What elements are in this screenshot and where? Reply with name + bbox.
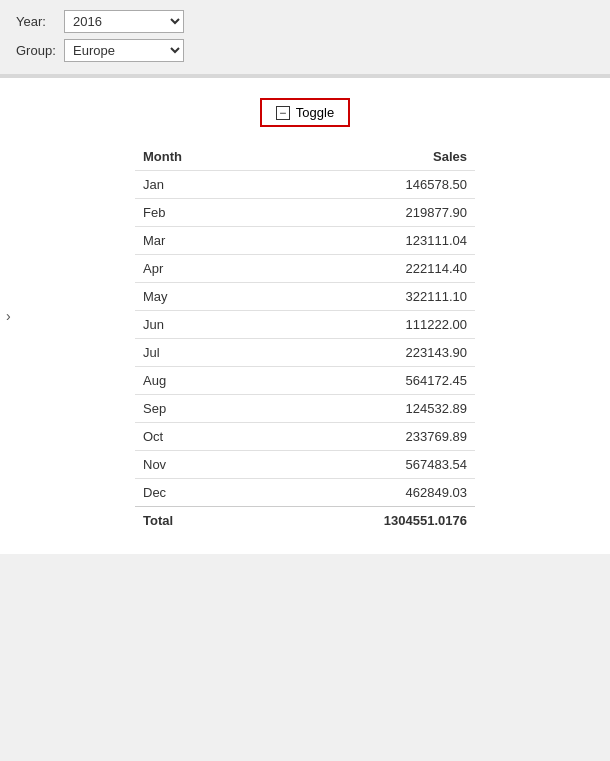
month-col-header: Month bbox=[135, 143, 256, 171]
group-label: Group: bbox=[16, 43, 58, 58]
year-row: Year: 2016 2014 2015 2017 2018 bbox=[16, 10, 594, 33]
sales-cell: 322111.10 bbox=[256, 283, 475, 311]
sales-cell: 222114.40 bbox=[256, 255, 475, 283]
sales-cell: 567483.54 bbox=[256, 451, 475, 479]
month-cell: May bbox=[135, 283, 256, 311]
sales-col-header: Sales bbox=[256, 143, 475, 171]
table-header-row: Month Sales bbox=[135, 143, 475, 171]
toggle-button[interactable]: Toggle bbox=[260, 98, 350, 127]
sales-cell: 124532.89 bbox=[256, 395, 475, 423]
table-row: May322111.10 bbox=[135, 283, 475, 311]
total-label: Total bbox=[135, 507, 256, 535]
total-value: 1304551.0176 bbox=[256, 507, 475, 535]
sales-cell: 462849.03 bbox=[256, 479, 475, 507]
table-row: Sep124532.89 bbox=[135, 395, 475, 423]
group-select[interactable]: Europe Americas Asia Africa bbox=[64, 39, 184, 62]
table-row: Aug564172.45 bbox=[135, 367, 475, 395]
sales-cell: 233769.89 bbox=[256, 423, 475, 451]
data-table: Month Sales Jan146578.50Feb219877.90Mar1… bbox=[135, 143, 475, 534]
total-row: Total 1304551.0176 bbox=[135, 507, 475, 535]
main-content: › Toggle Month Sales Jan146578.50Feb2198… bbox=[0, 78, 610, 554]
table-row: Apr222114.40 bbox=[135, 255, 475, 283]
table-row: Feb219877.90 bbox=[135, 199, 475, 227]
table-row: Mar123111.04 bbox=[135, 227, 475, 255]
table-row: Oct233769.89 bbox=[135, 423, 475, 451]
sales-cell: 223143.90 bbox=[256, 339, 475, 367]
month-cell: Mar bbox=[135, 227, 256, 255]
year-select[interactable]: 2016 2014 2015 2017 2018 bbox=[64, 10, 184, 33]
table-row: Jun111222.00 bbox=[135, 311, 475, 339]
month-cell: Nov bbox=[135, 451, 256, 479]
month-cell: Jan bbox=[135, 171, 256, 199]
sales-cell: 564172.45 bbox=[256, 367, 475, 395]
table-row: Dec462849.03 bbox=[135, 479, 475, 507]
month-cell: Dec bbox=[135, 479, 256, 507]
sales-cell: 123111.04 bbox=[256, 227, 475, 255]
month-cell: Jul bbox=[135, 339, 256, 367]
group-row: Group: Europe Americas Asia Africa bbox=[16, 39, 594, 62]
month-cell: Apr bbox=[135, 255, 256, 283]
month-cell: Aug bbox=[135, 367, 256, 395]
table-row: Jan146578.50 bbox=[135, 171, 475, 199]
table-row: Nov567483.54 bbox=[135, 451, 475, 479]
sales-cell: 111222.00 bbox=[256, 311, 475, 339]
chevron-left-icon[interactable]: › bbox=[6, 308, 11, 324]
top-controls: Year: 2016 2014 2015 2017 2018 Group: Eu… bbox=[0, 0, 610, 74]
sales-cell: 219877.90 bbox=[256, 199, 475, 227]
month-cell: Feb bbox=[135, 199, 256, 227]
table-row: Jul223143.90 bbox=[135, 339, 475, 367]
sales-cell: 146578.50 bbox=[256, 171, 475, 199]
year-label: Year: bbox=[16, 14, 58, 29]
toggle-label: Toggle bbox=[296, 105, 334, 120]
minus-box-icon bbox=[276, 106, 290, 120]
month-cell: Jun bbox=[135, 311, 256, 339]
month-cell: Oct bbox=[135, 423, 256, 451]
month-cell: Sep bbox=[135, 395, 256, 423]
